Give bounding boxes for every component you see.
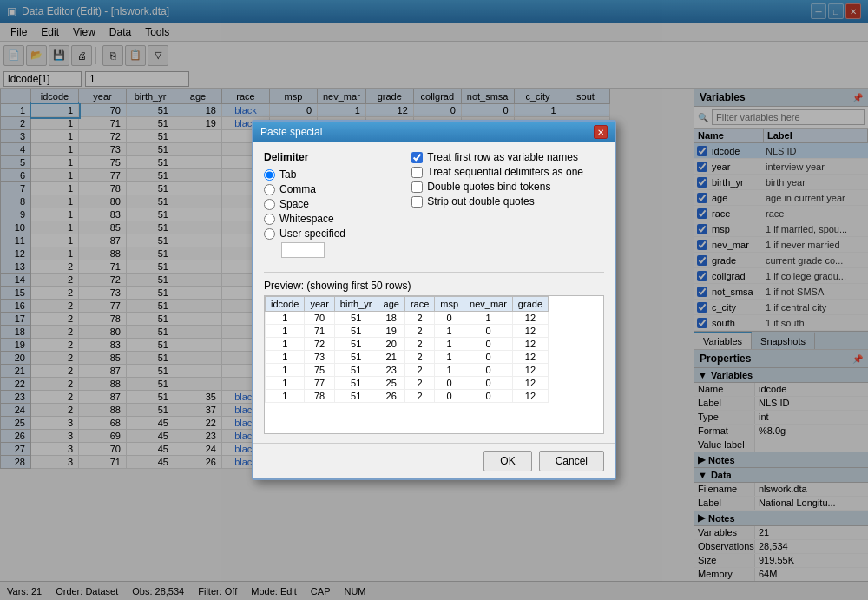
modal-overlay: Paste special ✕ Delimiter Tab Comma: [0, 0, 868, 581]
preview-row: 19: [378, 325, 404, 338]
preview-row: 51: [334, 325, 378, 338]
delimiter-comma[interactable]: Comma: [264, 183, 401, 195]
paste-special-dialog: Paste special ✕ Delimiter Tab Comma: [252, 120, 616, 480]
preview-row: 1: [435, 364, 464, 377]
user-specified-input[interactable]: [281, 242, 325, 258]
checkbox-strip-quotes[interactable]: Strip out double quotes: [411, 195, 604, 208]
preview-row: 0: [435, 390, 464, 403]
preview-row: 1: [266, 325, 305, 338]
preview-row: 12: [512, 338, 548, 351]
preview-row: 1: [266, 338, 305, 351]
checkbox-sequential[interactable]: Treat sequential delimiters as one: [411, 166, 604, 178]
preview-row: 2: [404, 364, 434, 377]
preview-row: 26: [378, 390, 404, 403]
preview-col-year: year: [305, 297, 334, 312]
preview-row: 0: [464, 377, 513, 390]
checkbox-strip-quotes-input[interactable]: [411, 196, 423, 208]
preview-row: 1: [266, 377, 305, 390]
preview-row: 12: [512, 377, 548, 390]
preview-row: 2: [404, 351, 434, 364]
preview-row: 2: [404, 390, 434, 403]
delimiter-tab[interactable]: Tab: [264, 168, 401, 181]
delimiter-whitespace-radio[interactable]: [264, 214, 275, 225]
preview-col-grade: grade: [512, 297, 548, 312]
preview-col-msp: msp: [435, 297, 464, 312]
preview-row: 51: [334, 338, 378, 351]
modal-body: Delimiter Tab Comma Space Whitespace: [253, 142, 615, 443]
preview-col-idcode: idcode: [266, 297, 305, 312]
delimiter-comma-radio[interactable]: [264, 184, 275, 195]
checkbox-sequential-input[interactable]: [411, 167, 423, 178]
preview-row: 77: [305, 377, 334, 390]
preview-row: 1: [266, 351, 305, 364]
preview-row: 0: [435, 377, 464, 390]
delimiter-space-radio[interactable]: [264, 199, 275, 210]
preview-row: 12: [512, 390, 548, 403]
preview-row: 18: [378, 312, 404, 325]
preview-row: 71: [305, 325, 334, 338]
preview-col-birth_yr: birth_yr: [334, 297, 378, 312]
preview-row: 1: [435, 338, 464, 351]
checkbox-first-row[interactable]: Treat first row as variable names: [411, 151, 604, 163]
preview-row: 1: [266, 390, 305, 403]
checkbox-first-row-input[interactable]: [411, 152, 423, 163]
preview-row: 25: [378, 377, 404, 390]
preview-row: 12: [512, 351, 548, 364]
delimiter-user-radio[interactable]: [264, 228, 275, 240]
preview-row: 51: [334, 377, 378, 390]
delimiter-user[interactable]: User specified: [264, 227, 401, 240]
checkbox-double-quotes[interactable]: Double quotes bind tokens: [411, 181, 604, 193]
preview-row: 75: [305, 364, 334, 377]
preview-row: 20: [378, 338, 404, 351]
preview-row: 51: [334, 312, 378, 325]
preview-row: 1: [435, 351, 464, 364]
preview-row: 1: [266, 364, 305, 377]
modal-footer: OK Cancel: [253, 443, 615, 478]
preview-col-age: age: [378, 297, 404, 312]
preview-row: 0: [464, 325, 513, 338]
preview-row: 2: [404, 325, 434, 338]
preview-row: 70: [305, 312, 334, 325]
cancel-button[interactable]: Cancel: [539, 451, 604, 471]
preview-row: 0: [464, 390, 513, 403]
preview-row: 0: [435, 312, 464, 325]
preview-row: 72: [305, 338, 334, 351]
delimiter-radio-group: Tab Comma Space Whitespace User spec: [264, 168, 401, 258]
preview-row: 1: [435, 325, 464, 338]
preview-row: 12: [512, 364, 548, 377]
preview-row: 0: [464, 364, 513, 377]
preview-row: 51: [334, 364, 378, 377]
preview-row: 23: [378, 364, 404, 377]
preview-row: 12: [512, 312, 548, 325]
preview-row: 51: [334, 390, 378, 403]
modal-title: Paste special: [260, 126, 322, 138]
preview-col-nev_mar: nev_mar: [464, 297, 513, 312]
preview-row: 1: [464, 312, 513, 325]
modal-divider: [264, 272, 604, 273]
delimiter-space[interactable]: Space: [264, 198, 401, 210]
preview-row: 73: [305, 351, 334, 364]
preview-row: 0: [464, 338, 513, 351]
preview-col-race: race: [404, 297, 434, 312]
modal-title-bar: Paste special ✕: [253, 122, 615, 142]
delimiter-section-label: Delimiter: [264, 151, 401, 163]
preview-table: idcode year birth_yr age race msp nev_ma…: [265, 296, 549, 403]
preview-table-container[interactable]: idcode year birth_yr age race msp nev_ma…: [264, 295, 604, 434]
delimiter-tab-radio[interactable]: [264, 169, 275, 181]
preview-row: 2: [404, 377, 434, 390]
modal-close-button[interactable]: ✕: [594, 125, 608, 139]
delimiter-whitespace[interactable]: Whitespace: [264, 213, 401, 225]
preview-row: 2: [404, 338, 434, 351]
preview-row: 12: [512, 325, 548, 338]
options-checkbox-group: Treat first row as variable names Treat …: [411, 151, 604, 208]
preview-row: 51: [334, 351, 378, 364]
preview-row: 21: [378, 351, 404, 364]
checkbox-double-quotes-input[interactable]: [411, 181, 423, 193]
preview-row: 0: [464, 351, 513, 364]
ok-button[interactable]: OK: [483, 451, 531, 471]
preview-row: 1: [266, 312, 305, 325]
preview-label: Preview: (showing first 50 rows): [264, 280, 604, 292]
preview-row: 2: [404, 312, 434, 325]
preview-row: 78: [305, 390, 334, 403]
